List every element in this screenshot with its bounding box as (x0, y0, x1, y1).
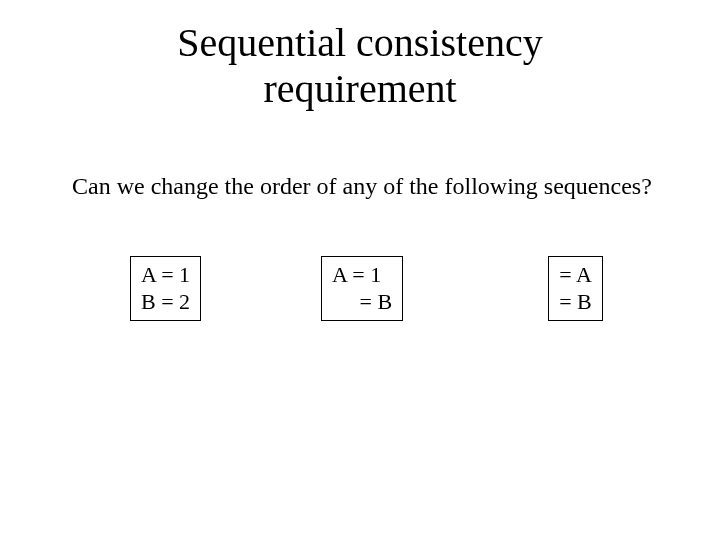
seq1-line1: A = 1 (141, 262, 190, 287)
sequence-box-2: A = 1 = B (321, 256, 403, 321)
slide: Sequential consistency requirement Can w… (0, 0, 720, 540)
sequence-box-3: = A = B (548, 256, 603, 321)
seq3-line1: = A (559, 262, 592, 287)
slide-title: Sequential consistency requirement (0, 20, 720, 112)
seq2-line1: A = 1 (332, 262, 381, 287)
title-line-1: Sequential consistency (177, 20, 542, 65)
sequence-boxes-row: A = 1 B = 2 A = 1 = B = A = B (0, 256, 720, 321)
sequence-box-1: A = 1 B = 2 (130, 256, 201, 321)
seq1-line2: B = 2 (141, 289, 190, 314)
seq3-line2: = B (559, 289, 592, 314)
question-text: Can we change the order of any of the fo… (0, 172, 720, 201)
seq2-line2: = B (332, 289, 392, 314)
title-line-2: requirement (263, 66, 456, 111)
